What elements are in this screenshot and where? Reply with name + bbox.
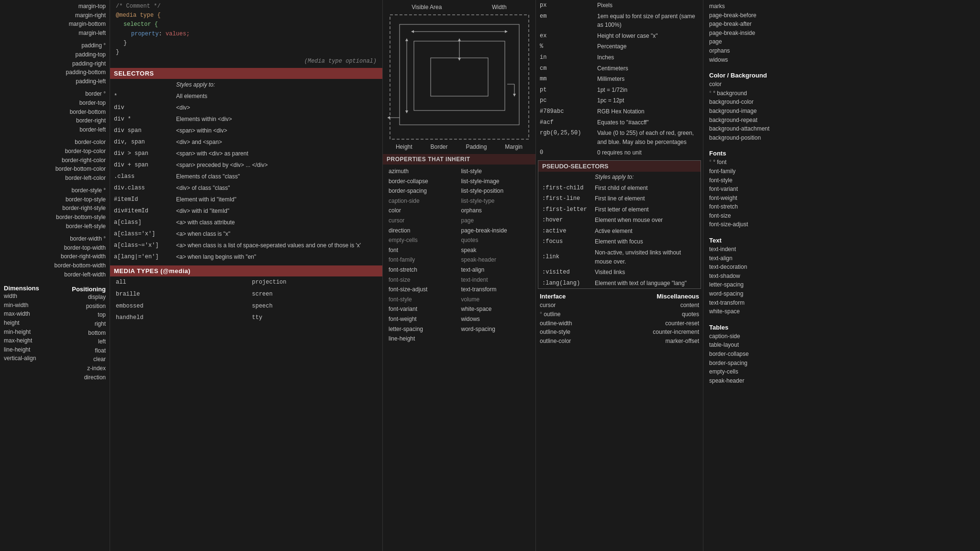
pseudo-visited: :visited Visited links <box>538 267 701 278</box>
quotes-item: quotes <box>620 310 700 319</box>
selector-div-gt-span: div > span <box>110 148 172 159</box>
clear-item: clear <box>72 355 106 364</box>
prop-border-collapse: border-collapse <box>387 176 459 187</box>
unit-percent: % Percentage <box>536 41 703 52</box>
selector-a-class-tilde: a[class~='x'] <box>110 240 172 251</box>
selector-a-lang: a[lang|='en'] <box>110 251 172 263</box>
unit-in-label: in <box>536 52 593 63</box>
selector-div-span-desc: <span> within <div> <box>172 125 382 136</box>
unit-zero-label: 0 <box>536 147 593 158</box>
svg-marker-15 <box>513 94 516 97</box>
white-space-item: white-space <box>709 307 974 316</box>
max-width-item: max-width <box>4 309 39 319</box>
unit-percent-label: % <box>536 41 593 52</box>
prop-list-style: list-style <box>459 166 532 176</box>
border-right-color-item: border-right-color <box>4 156 106 165</box>
text-transform-item: text-transform <box>709 298 974 308</box>
selector-div-comma-span: div, span <box>110 136 172 148</box>
pseudo-style-header-col2: Styles apply to: <box>591 172 701 183</box>
color-bg-title: Color / Background <box>709 72 974 79</box>
margin-top-item: margin-top <box>4 2 106 11</box>
pseudo-first-child-label: :first-child <box>538 183 591 194</box>
code-close-brace2: } <box>116 48 377 57</box>
pseudo-header: PSEUDO-SELECTORS <box>538 161 701 172</box>
selector-star-desc: All elements <box>172 90 382 102</box>
prop-volume: volume <box>459 295 532 305</box>
border-right-style-item: border-right-style <box>4 204 106 213</box>
padding-right-item: padding-right <box>4 59 106 68</box>
pseudo-focus-label: :focus <box>538 236 591 247</box>
media-table: all projection braille screen embossed s… <box>110 276 382 323</box>
selector-row-div-class: div.class <div> of class "class" <box>110 182 382 194</box>
padding-item: padding ° <box>4 41 106 50</box>
prop-font-family: font-family <box>387 255 459 265</box>
pseudo-first-child: :first-child First child of element <box>538 183 701 194</box>
unit-pc: pc 1pc = 12pt <box>536 95 703 106</box>
unit-hex-short-desc: Equates to "#aaccff" <box>593 117 703 128</box>
unit-in-desc: Inches <box>593 52 703 63</box>
pseudo-first-line-desc: First line of element <box>591 193 701 204</box>
text-title: Text <box>709 237 974 244</box>
text-indent-item: text-indent <box>709 245 974 254</box>
code-at-rule: @media type { <box>116 11 377 20</box>
padding-left-item: padding-left <box>4 77 106 86</box>
page-break-after-item: page-break-after <box>709 20 974 29</box>
visible-area-label: Visible Area <box>412 4 442 11</box>
pseudo-focus: :focus Element with focus <box>538 236 701 247</box>
properties-inherit-header: PROPERTIES THAT INHERIT <box>383 154 535 165</box>
selector-div-plus-span-desc: <span> preceded by <div> ... </div> <box>172 159 382 171</box>
prop-empty-cells: empty-cells <box>387 235 459 245</box>
prop-cursor: cursor <box>387 216 459 226</box>
border-item: border ° <box>4 89 106 99</box>
border-spacing-item: border-spacing <box>709 359 974 368</box>
pseudo-lang-desc: Element with text of language "lang" <box>591 278 701 289</box>
caption-side-item: caption-side <box>709 332 974 341</box>
border-width-item: border-width ° <box>4 234 106 243</box>
selector-row-div: div <div> <box>110 102 382 113</box>
unit-zero-desc: 0 requires no unit <box>593 147 703 158</box>
fonts-title: Fonts <box>709 150 974 157</box>
padding-top-item: padding-top <box>4 50 106 59</box>
selector-row-div-comma-span: div, span <div> and <span> <box>110 136 382 148</box>
top-item: top <box>72 310 106 320</box>
unit-em: em 1em equal to font size of parent (sam… <box>536 11 703 31</box>
widows-item: widows <box>709 55 974 65</box>
visual-labels-top: Visible Area Width <box>387 4 532 11</box>
tables-title: Tables <box>709 324 974 331</box>
selector-a-class-tilde-desc: <a> when class is a list of space-sepera… <box>172 240 382 251</box>
selector-row-id: #itemId Element with id "itemId" <box>110 194 382 205</box>
unit-hex-short-label: #acf <box>536 117 593 128</box>
border-collapse-item: border-collapse <box>709 350 974 359</box>
interface-title: Interface <box>540 293 620 300</box>
prop-text-indent: text-indent <box>459 275 532 285</box>
prop-font-stretch: font-stretch <box>387 265 459 275</box>
media-speech: speech <box>246 300 383 312</box>
code-area: /* Comment */ @media type { selector { p… <box>110 0 382 68</box>
selector-id: #itemId <box>110 194 172 205</box>
border-style-item: border-style ° <box>4 186 106 195</box>
selector-row-a-lang: a[lang|='en'] <a> when lang begins with … <box>110 251 382 263</box>
selector-row-div-star: div * Elements within <div> <box>110 113 382 125</box>
unit-hex-label: #789abc <box>536 106 593 117</box>
unit-px-desc: Pixels <box>593 0 703 11</box>
unit-mm: mm Millimeters <box>536 74 703 85</box>
pseudo-link-desc: Non-active, unvisited links without mous… <box>591 247 701 267</box>
dimensions-title: Dimensions <box>4 285 39 292</box>
interface-row: Interface cursor outline outline-width o… <box>540 293 699 345</box>
selector-a-class-x: a[class='x'] <box>110 228 172 240</box>
margin-bottom-item: margin-bottom <box>4 20 106 29</box>
unit-hex: #789abc RGB Hex Notation <box>536 106 703 117</box>
font-style-item: font-style <box>709 176 974 185</box>
left-panel: margin-top margin-right margin-bottom ma… <box>0 0 110 551</box>
main-container: margin-top margin-right margin-bottom ma… <box>0 0 980 551</box>
margin-left-item: margin-left <box>4 29 106 38</box>
selector-div-class-desc: <div> of class "class" <box>172 182 382 194</box>
svg-marker-8 <box>405 38 408 41</box>
unit-cm: cm Centimeters <box>536 63 703 74</box>
prop-page: page <box>459 216 532 226</box>
orphans-item: orphans <box>709 46 974 55</box>
background-position-item: background-position <box>709 133 974 143</box>
interface-section: Interface cursor outline outline-width o… <box>536 291 703 347</box>
left-item: left <box>72 337 106 346</box>
unit-px: px Pixels <box>536 0 703 11</box>
